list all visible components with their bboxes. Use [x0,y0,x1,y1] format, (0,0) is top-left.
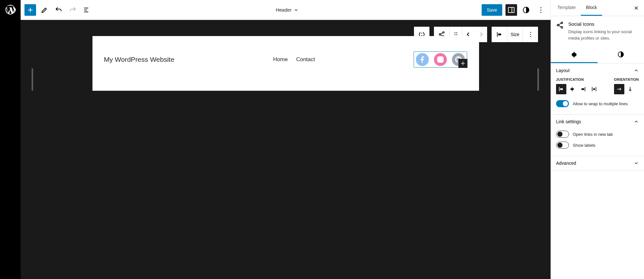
gear-icon [571,51,578,58]
svg-point-16 [530,32,531,33]
svg-point-2 [541,7,542,8]
svg-point-18 [530,36,531,37]
wp-admin-bar [0,0,21,279]
justify-right-button[interactable] [578,84,588,94]
svg-rect-32 [592,87,592,91]
block-description: Display icons linking to your social med… [568,29,639,41]
header-template-canvas[interactable]: My WordPress Website Home Contact [92,36,479,91]
styles-button[interactable] [520,4,532,16]
wrap-toggle[interactable] [556,100,569,107]
editor-canvas-wrap: Size My WordPress Website Home Contact [21,20,551,279]
svg-point-11 [456,34,457,35]
navigation: Home Contact [273,56,315,63]
svg-rect-31 [582,88,584,90]
share-icon [556,21,564,41]
svg-point-3 [541,9,542,10]
section-link-settings-header[interactable]: Link settings [551,115,644,129]
showlabels-toggle[interactable] [556,142,569,149]
justify-left-button[interactable] [556,84,566,94]
document-title[interactable]: Header [276,7,292,13]
nav-link-contact[interactable]: Contact [296,56,315,63]
close-panel-button[interactable] [630,2,643,14]
editor-toolbar: Header Save [21,0,551,20]
svg-rect-29 [571,88,574,90]
redo-button[interactable] [67,4,79,16]
svg-point-17 [530,34,531,35]
settings-panel: Template Block Social Icons Display icon… [551,0,644,279]
orientation-vertical-button[interactable] [625,84,635,94]
block-options-button[interactable] [523,27,538,42]
svg-point-20 [439,58,442,61]
add-block-button[interactable] [24,4,36,16]
site-title[interactable]: My WordPress Website [104,56,175,63]
orientation-horizontal-button[interactable] [614,84,624,94]
wordpress-logo-icon[interactable] [5,4,16,15]
block-name: Social Icons [568,21,639,27]
options-button[interactable] [535,4,547,16]
size-button[interactable]: Size [507,27,523,42]
contrast-icon [617,51,624,58]
svg-rect-33 [596,87,596,91]
align-button[interactable] [492,27,507,42]
save-button[interactable]: Save [482,4,502,16]
svg-point-4 [541,12,542,13]
svg-rect-14 [497,32,498,37]
svg-point-8 [455,32,456,33]
justify-space-button[interactable] [589,84,599,94]
chevron-up-icon [634,119,639,124]
svg-rect-26 [559,87,560,91]
tab-template[interactable]: Template [552,0,581,16]
chevron-down-icon [634,161,639,166]
svg-point-21 [442,58,443,58]
document-overview-button[interactable] [81,4,93,16]
section-layout-header[interactable]: Layout [551,63,644,78]
justify-center-button[interactable] [567,84,577,94]
social-icons-block[interactable] [414,51,467,68]
chevron-down-icon [293,7,299,13]
newtab-toggle[interactable] [556,131,569,138]
resize-handle-right[interactable] [537,68,539,91]
edit-tool-button[interactable] [39,4,50,16]
subtab-styles[interactable] [598,46,644,63]
section-advanced-header[interactable]: Advanced [551,156,644,170]
instagram-icon[interactable] [434,53,447,66]
undo-button[interactable] [53,4,64,16]
svg-point-10 [455,34,456,35]
svg-rect-34 [593,88,595,90]
justification-label: Justification [556,78,599,81]
svg-rect-27 [560,88,563,90]
svg-rect-0 [508,7,514,13]
block-header: Social Icons Display icons linking to yo… [551,16,644,46]
settings-sidebar-toggle[interactable] [505,4,517,16]
subtab-settings[interactable] [551,46,598,63]
chevron-up-icon [634,68,639,73]
facebook-icon[interactable] [416,53,429,66]
svg-rect-15 [498,33,501,35]
add-social-icon-button[interactable] [458,59,467,68]
orientation-label: Orientation [614,78,639,81]
resize-handle-left[interactable] [32,68,33,91]
svg-point-9 [456,32,457,33]
nav-link-home[interactable]: Home [273,56,288,63]
tab-block[interactable]: Block [581,0,602,16]
svg-rect-30 [585,87,585,91]
